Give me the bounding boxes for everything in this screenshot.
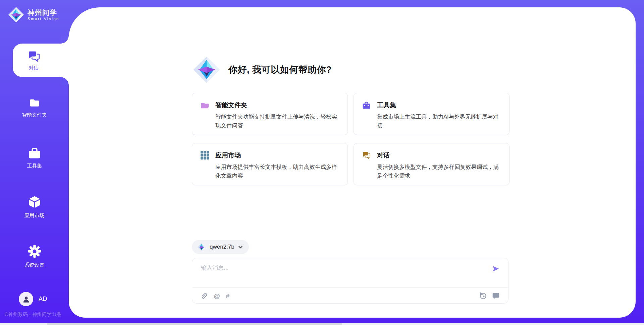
- grid-icon: [200, 151, 209, 160]
- card-description: 应用市场提供丰富长文本模板，助力高效生成多样化文章内容: [215, 162, 341, 180]
- greeting: 你好, 我可以如何帮助你?: [193, 55, 332, 84]
- card-title: 工具集: [377, 101, 396, 110]
- sidebar-item-settings[interactable]: 系统设置: [0, 244, 69, 268]
- folder-icon: [27, 97, 42, 109]
- chat-icon: [362, 151, 371, 160]
- main-panel: 你好, 我可以如何帮助你? 智能文件夹 智能文件夹功能支持批量文件上传与清洗，轻…: [69, 7, 636, 318]
- card-smart-folder[interactable]: 智能文件夹 智能文件夹功能支持批量文件上传与清洗，轻松实现文件问答: [192, 93, 348, 135]
- paperclip-icon[interactable]: [200, 292, 208, 300]
- sidebar-item-toolbox[interactable]: 工具集: [0, 147, 69, 169]
- user-account[interactable]: AD: [19, 292, 47, 306]
- model-name: qwen2:7b: [210, 244, 234, 250]
- composer-tools-right: [479, 292, 500, 300]
- cube-icon: [28, 195, 42, 209]
- person-icon: [22, 295, 31, 304]
- scrollbar-thumb[interactable]: [47, 323, 342, 325]
- card-description: 灵活切换多模型文件，支持多样回复效果调试，满足个性化需求: [377, 162, 503, 180]
- greeting-logo-icon: [193, 55, 220, 84]
- card-title: 对话: [377, 151, 390, 160]
- at-mention-icon[interactable]: @: [214, 292, 220, 300]
- chat-icon: [26, 50, 41, 63]
- card-description: 智能文件夹功能支持批量文件上传与清洗，轻松实现文件问答: [215, 112, 341, 130]
- card-description: 集成市场上主流工具，助力AI与外界无缝扩展与对接: [377, 112, 503, 130]
- card-toolbox[interactable]: 工具集 集成市场上主流工具，助力AI与外界无缝扩展与对接: [354, 93, 509, 135]
- card-title: 智能文件夹: [215, 101, 247, 110]
- brand-diamond-icon: [8, 7, 24, 23]
- toolbox-icon: [28, 147, 42, 159]
- active-tab-fillet-bottom: [61, 77, 69, 85]
- gear-icon: [27, 244, 42, 259]
- brand-logo: 神州问学 Smart Vision: [8, 7, 59, 23]
- briefcase-icon: [362, 101, 371, 110]
- sidebar-item-smart-folder[interactable]: 智能文件夹: [0, 97, 69, 118]
- history-icon[interactable]: [479, 292, 487, 300]
- sidebar-item-app-market[interactable]: 应用市场: [0, 195, 69, 219]
- active-tab-fillet-top: [61, 36, 69, 44]
- card-app-market[interactable]: 应用市场 应用市场提供丰富长文本模板，助力高效生成多样化文章内容: [192, 143, 348, 185]
- feature-cards: 智能文件夹 智能文件夹功能支持批量文件上传与清洗，轻松实现文件问答 工具集 集成…: [192, 93, 509, 185]
- chevron-down-icon: [238, 246, 243, 249]
- sidebar-item-label: 对话: [29, 65, 39, 71]
- message-composer: @ #: [192, 258, 508, 304]
- avatar: [19, 292, 33, 306]
- user-initials: AD: [39, 296, 47, 303]
- card-chat[interactable]: 对话 灵活切换多模型文件，支持多样回复效果调试，满足个性化需求: [354, 143, 509, 185]
- model-logo-icon: [197, 243, 206, 252]
- copyright-text: ©神州数码 · 神州问学出品: [5, 311, 61, 318]
- card-title: 应用市场: [215, 151, 241, 160]
- composer-divider: [192, 287, 508, 288]
- folder-open-icon: [200, 101, 209, 110]
- sidebar-item-label: 工具集: [27, 163, 42, 169]
- composer-tools-left: @ #: [200, 292, 229, 300]
- horizontal-scrollbar[interactable]: [0, 323, 644, 325]
- brand-name: 神州问学: [28, 9, 59, 17]
- hash-topic-icon[interactable]: #: [226, 292, 229, 300]
- model-selector[interactable]: qwen2:7b: [192, 240, 249, 254]
- send-icon[interactable]: [491, 265, 500, 273]
- sidebar-item-label: 应用市场: [24, 212, 45, 219]
- sidebar-item-label: 系统设置: [24, 262, 45, 268]
- greeting-title: 你好, 我可以如何帮助你?: [228, 64, 332, 76]
- sidebar-item-label: 智能文件夹: [22, 112, 47, 118]
- sidebar: 神州问学 Smart Vision 对话 智能文件夹 工具集 应用市场 系统设置…: [0, 0, 69, 325]
- brand-subtitle: Smart Vision: [28, 17, 59, 21]
- sidebar-item-chat[interactable]: 对话: [13, 44, 69, 77]
- chat-bubble-icon[interactable]: [492, 292, 500, 300]
- message-input[interactable]: [201, 264, 483, 284]
